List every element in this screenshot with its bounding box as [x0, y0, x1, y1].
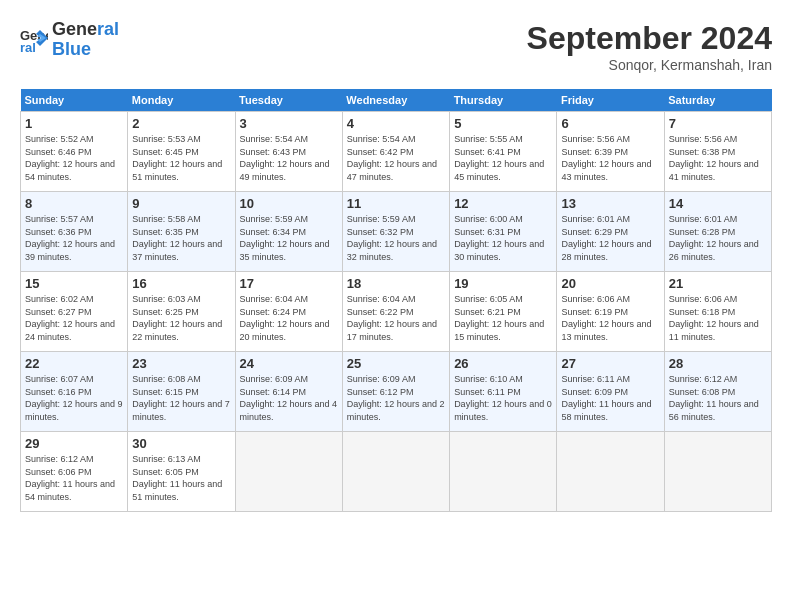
calendar-cell: 23Sunrise: 6:08 AMSunset: 6:15 PMDayligh… [128, 352, 235, 432]
weekday-header-saturday: Saturday [664, 89, 771, 112]
calendar-cell: 1Sunrise: 5:52 AMSunset: 6:46 PMDaylight… [21, 112, 128, 192]
day-info: Sunrise: 5:59 AMSunset: 6:32 PMDaylight:… [347, 213, 445, 263]
day-info: Sunrise: 6:11 AMSunset: 6:09 PMDaylight:… [561, 373, 659, 423]
calendar-cell: 5Sunrise: 5:55 AMSunset: 6:41 PMDaylight… [450, 112, 557, 192]
calendar-cell: 2Sunrise: 5:53 AMSunset: 6:45 PMDaylight… [128, 112, 235, 192]
day-number: 6 [561, 116, 659, 131]
day-info: Sunrise: 5:55 AMSunset: 6:41 PMDaylight:… [454, 133, 552, 183]
weekday-header-monday: Monday [128, 89, 235, 112]
calendar-cell: 14Sunrise: 6:01 AMSunset: 6:28 PMDayligh… [664, 192, 771, 272]
calendar-cell [235, 432, 342, 512]
day-info: Sunrise: 5:54 AMSunset: 6:42 PMDaylight:… [347, 133, 445, 183]
day-info: Sunrise: 5:58 AMSunset: 6:35 PMDaylight:… [132, 213, 230, 263]
day-number: 28 [669, 356, 767, 371]
month-title: September 2024 [527, 20, 772, 57]
day-number: 27 [561, 356, 659, 371]
day-info: Sunrise: 6:02 AMSunset: 6:27 PMDaylight:… [25, 293, 123, 343]
day-number: 4 [347, 116, 445, 131]
day-number: 25 [347, 356, 445, 371]
weekday-header-wednesday: Wednesday [342, 89, 449, 112]
day-number: 22 [25, 356, 123, 371]
calendar-cell: 4Sunrise: 5:54 AMSunset: 6:42 PMDaylight… [342, 112, 449, 192]
day-number: 18 [347, 276, 445, 291]
calendar-week-5: 29Sunrise: 6:12 AMSunset: 6:06 PMDayligh… [21, 432, 772, 512]
day-number: 2 [132, 116, 230, 131]
calendar-cell [342, 432, 449, 512]
weekday-header-row: SundayMondayTuesdayWednesdayThursdayFrid… [21, 89, 772, 112]
calendar-cell: 7Sunrise: 5:56 AMSunset: 6:38 PMDaylight… [664, 112, 771, 192]
day-info: Sunrise: 6:09 AMSunset: 6:14 PMDaylight:… [240, 373, 338, 423]
logo-text: GeneralBlue [52, 20, 119, 60]
calendar-cell: 24Sunrise: 6:09 AMSunset: 6:14 PMDayligh… [235, 352, 342, 432]
calendar-cell: 19Sunrise: 6:05 AMSunset: 6:21 PMDayligh… [450, 272, 557, 352]
calendar-week-4: 22Sunrise: 6:07 AMSunset: 6:16 PMDayligh… [21, 352, 772, 432]
weekday-header-friday: Friday [557, 89, 664, 112]
day-number: 8 [25, 196, 123, 211]
day-info: Sunrise: 5:53 AMSunset: 6:45 PMDaylight:… [132, 133, 230, 183]
logo: Gene ral GeneralBlue [20, 20, 119, 60]
calendar-cell: 22Sunrise: 6:07 AMSunset: 6:16 PMDayligh… [21, 352, 128, 432]
page-header: Gene ral GeneralBlue September 2024 Sonq… [20, 20, 772, 73]
day-info: Sunrise: 6:04 AMSunset: 6:22 PMDaylight:… [347, 293, 445, 343]
calendar-cell: 26Sunrise: 6:10 AMSunset: 6:11 PMDayligh… [450, 352, 557, 432]
day-number: 17 [240, 276, 338, 291]
calendar-week-3: 15Sunrise: 6:02 AMSunset: 6:27 PMDayligh… [21, 272, 772, 352]
calendar-cell: 10Sunrise: 5:59 AMSunset: 6:34 PMDayligh… [235, 192, 342, 272]
calendar-cell: 28Sunrise: 6:12 AMSunset: 6:08 PMDayligh… [664, 352, 771, 432]
day-info: Sunrise: 5:54 AMSunset: 6:43 PMDaylight:… [240, 133, 338, 183]
day-info: Sunrise: 6:06 AMSunset: 6:18 PMDaylight:… [669, 293, 767, 343]
day-info: Sunrise: 6:01 AMSunset: 6:28 PMDaylight:… [669, 213, 767, 263]
calendar-cell: 8Sunrise: 5:57 AMSunset: 6:36 PMDaylight… [21, 192, 128, 272]
calendar-cell: 9Sunrise: 5:58 AMSunset: 6:35 PMDaylight… [128, 192, 235, 272]
day-number: 15 [25, 276, 123, 291]
day-number: 14 [669, 196, 767, 211]
calendar-cell: 16Sunrise: 6:03 AMSunset: 6:25 PMDayligh… [128, 272, 235, 352]
title-block: September 2024 Sonqor, Kermanshah, Iran [527, 20, 772, 73]
day-info: Sunrise: 6:05 AMSunset: 6:21 PMDaylight:… [454, 293, 552, 343]
calendar-cell: 20Sunrise: 6:06 AMSunset: 6:19 PMDayligh… [557, 272, 664, 352]
day-number: 21 [669, 276, 767, 291]
calendar-cell: 11Sunrise: 5:59 AMSunset: 6:32 PMDayligh… [342, 192, 449, 272]
day-info: Sunrise: 5:59 AMSunset: 6:34 PMDaylight:… [240, 213, 338, 263]
day-number: 26 [454, 356, 552, 371]
day-info: Sunrise: 6:10 AMSunset: 6:11 PMDaylight:… [454, 373, 552, 423]
calendar-cell: 17Sunrise: 6:04 AMSunset: 6:24 PMDayligh… [235, 272, 342, 352]
day-number: 30 [132, 436, 230, 451]
calendar-cell: 18Sunrise: 6:04 AMSunset: 6:22 PMDayligh… [342, 272, 449, 352]
calendar-cell: 12Sunrise: 6:00 AMSunset: 6:31 PMDayligh… [450, 192, 557, 272]
day-number: 19 [454, 276, 552, 291]
calendar-cell [450, 432, 557, 512]
calendar-cell: 30Sunrise: 6:13 AMSunset: 6:05 PMDayligh… [128, 432, 235, 512]
day-info: Sunrise: 6:12 AMSunset: 6:08 PMDaylight:… [669, 373, 767, 423]
calendar-cell: 27Sunrise: 6:11 AMSunset: 6:09 PMDayligh… [557, 352, 664, 432]
calendar-cell: 15Sunrise: 6:02 AMSunset: 6:27 PMDayligh… [21, 272, 128, 352]
day-info: Sunrise: 6:00 AMSunset: 6:31 PMDaylight:… [454, 213, 552, 263]
day-info: Sunrise: 6:08 AMSunset: 6:15 PMDaylight:… [132, 373, 230, 423]
day-info: Sunrise: 6:09 AMSunset: 6:12 PMDaylight:… [347, 373, 445, 423]
day-number: 3 [240, 116, 338, 131]
day-number: 16 [132, 276, 230, 291]
calendar-table: SundayMondayTuesdayWednesdayThursdayFrid… [20, 89, 772, 512]
weekday-header-tuesday: Tuesday [235, 89, 342, 112]
day-info: Sunrise: 6:03 AMSunset: 6:25 PMDaylight:… [132, 293, 230, 343]
day-info: Sunrise: 6:12 AMSunset: 6:06 PMDaylight:… [25, 453, 123, 503]
day-number: 29 [25, 436, 123, 451]
day-number: 1 [25, 116, 123, 131]
logo-icon: Gene ral [20, 26, 48, 54]
calendar-cell: 21Sunrise: 6:06 AMSunset: 6:18 PMDayligh… [664, 272, 771, 352]
location-subtitle: Sonqor, Kermanshah, Iran [527, 57, 772, 73]
calendar-cell: 25Sunrise: 6:09 AMSunset: 6:12 PMDayligh… [342, 352, 449, 432]
day-number: 13 [561, 196, 659, 211]
day-info: Sunrise: 6:13 AMSunset: 6:05 PMDaylight:… [132, 453, 230, 503]
calendar-week-2: 8Sunrise: 5:57 AMSunset: 6:36 PMDaylight… [21, 192, 772, 272]
calendar-cell: 13Sunrise: 6:01 AMSunset: 6:29 PMDayligh… [557, 192, 664, 272]
weekday-header-sunday: Sunday [21, 89, 128, 112]
day-info: Sunrise: 5:57 AMSunset: 6:36 PMDaylight:… [25, 213, 123, 263]
day-number: 20 [561, 276, 659, 291]
day-number: 12 [454, 196, 552, 211]
day-info: Sunrise: 6:01 AMSunset: 6:29 PMDaylight:… [561, 213, 659, 263]
day-number: 11 [347, 196, 445, 211]
day-number: 10 [240, 196, 338, 211]
calendar-cell: 29Sunrise: 6:12 AMSunset: 6:06 PMDayligh… [21, 432, 128, 512]
day-number: 24 [240, 356, 338, 371]
